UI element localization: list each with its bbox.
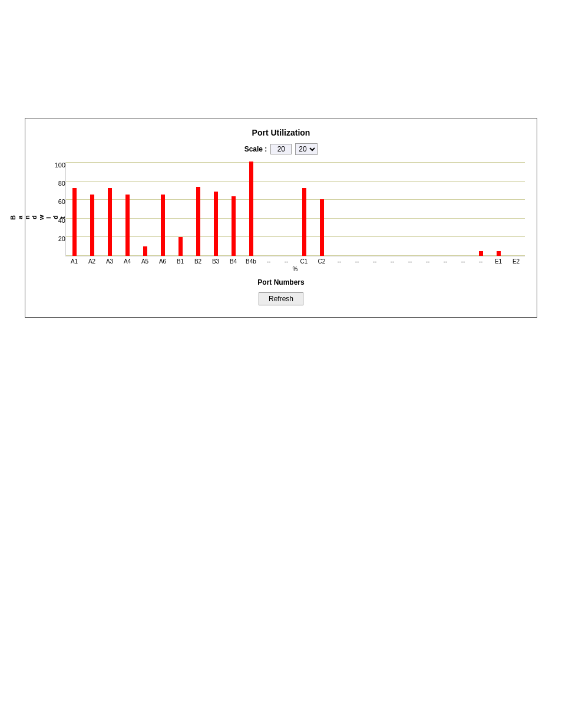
bar-group-A4-3 <box>119 162 137 256</box>
y-tick-100: 100 <box>55 162 65 169</box>
bar-B1-6 <box>178 237 183 256</box>
x-label-B3-8: B3 <box>207 258 224 265</box>
x-axis-labels: A1A2A3A4A5A6B1B2B3B4B4b----C1C2---------… <box>65 258 525 265</box>
x-label-B4-9: B4 <box>224 258 242 265</box>
x-axis-title: Port Numbers <box>37 278 525 286</box>
bar-group----11 <box>260 162 278 256</box>
bar-A1-0 <box>72 188 77 256</box>
x-label-E2-25: E2 <box>507 258 525 265</box>
y-tick-60: 60 <box>58 199 65 205</box>
x-label-E1-24: E1 <box>490 258 507 265</box>
bar-group----15 <box>331 162 349 256</box>
scale-row: Scale : 20 10 5 <box>37 143 525 155</box>
bar-group----12 <box>278 162 296 256</box>
bar-group-A2-1 <box>84 162 101 256</box>
y-tick-20: 20 <box>58 236 65 242</box>
x-label----16: -- <box>348 258 366 265</box>
refresh-row: Refresh <box>37 292 525 305</box>
bar-A3-2 <box>108 188 112 256</box>
bar-C2-14 <box>320 199 324 256</box>
bar-group-A1-0 <box>66 162 84 256</box>
refresh-button[interactable]: Refresh <box>259 292 303 305</box>
bar-group----20 <box>419 162 437 256</box>
x-label----19: -- <box>401 258 419 265</box>
bar-group-C2-14 <box>313 162 331 256</box>
chart-container: Port Utilization Scale : 20 10 5 Bandwid… <box>25 118 537 318</box>
bar-group----23 <box>472 162 490 256</box>
x-label-A6-5: A6 <box>154 258 171 265</box>
x-label-A2-1: A2 <box>83 258 101 265</box>
x-label-A5-4: A5 <box>136 258 154 265</box>
chart-area: Bandwidth 100 80 60 40 20 <box>37 162 525 272</box>
x-label----15: -- <box>330 258 348 265</box>
bar-group-B1-6 <box>172 162 190 256</box>
scale-label: Scale : <box>244 145 267 153</box>
bar-group----21 <box>437 162 454 256</box>
bar-A6-5 <box>161 195 165 256</box>
y-axis-unit: % <box>65 266 525 272</box>
bar-B2-7 <box>196 187 200 256</box>
bar-group-E1-24 <box>490 162 507 256</box>
bar----23 <box>479 251 483 256</box>
x-label-A4-3: A4 <box>118 258 136 265</box>
x-label-C1-13: C1 <box>295 258 313 265</box>
bar-group----16 <box>349 162 366 256</box>
bar-group----19 <box>401 162 419 256</box>
bar-group-B2-7 <box>190 162 207 256</box>
x-label----23: -- <box>472 258 490 265</box>
scale-select[interactable]: 20 10 5 <box>295 143 318 155</box>
x-label----21: -- <box>437 258 454 265</box>
bar-B4-9 <box>232 196 236 256</box>
x-label-C2-14: C2 <box>313 258 330 265</box>
x-label----22: -- <box>454 258 472 265</box>
bar-E1-24 <box>497 251 501 256</box>
bars-row <box>66 162 525 256</box>
x-label----11: -- <box>260 258 277 265</box>
bar-A2-1 <box>90 195 94 256</box>
bar-group-B4-9 <box>225 162 243 256</box>
grid-and-bars <box>65 162 525 256</box>
x-label-A3-2: A3 <box>101 258 118 265</box>
bar-B3-8 <box>214 192 218 256</box>
bar-group-E2-25 <box>507 162 525 256</box>
bar-group-C1-13 <box>296 162 313 256</box>
bar-B4b-10 <box>249 162 253 256</box>
bar-A4-3 <box>125 195 130 256</box>
bar-group-A6-5 <box>154 162 172 256</box>
bar-group-A5-4 <box>137 162 154 256</box>
bar-group-A3-2 <box>101 162 119 256</box>
y-axis-label: Bandwidth <box>37 162 45 272</box>
x-label-A1-0: A1 <box>65 258 83 265</box>
scale-input[interactable] <box>270 144 292 154</box>
bar-group----18 <box>384 162 401 256</box>
chart-title: Port Utilization <box>37 128 525 137</box>
y-tick-80: 80 <box>58 180 65 187</box>
x-label-B2-7: B2 <box>189 258 207 265</box>
bar-group-B3-8 <box>207 162 225 256</box>
x-label----20: -- <box>419 258 437 265</box>
x-label----18: -- <box>384 258 401 265</box>
x-label----17: -- <box>366 258 384 265</box>
chart-inner: A1A2A3A4A5A6B1B2B3B4B4b----C1C2---------… <box>65 162 525 272</box>
bar-group----17 <box>366 162 384 256</box>
x-label-B4b-10: B4b <box>242 258 260 265</box>
bar-group-B4b-10 <box>243 162 260 256</box>
x-label----12: -- <box>277 258 295 265</box>
bar-A5-4 <box>143 246 147 256</box>
x-label-B1-6: B1 <box>171 258 189 265</box>
bar-C1-13 <box>302 188 306 256</box>
bar-group----22 <box>454 162 472 256</box>
